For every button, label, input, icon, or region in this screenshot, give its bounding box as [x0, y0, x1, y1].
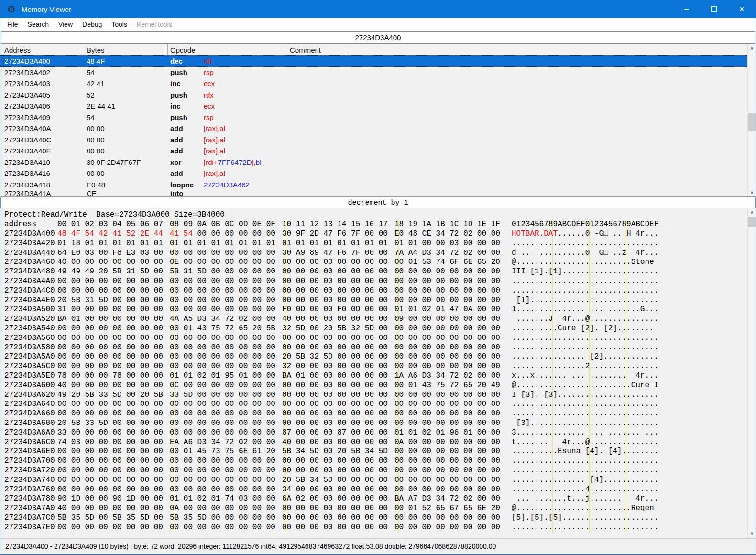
hex-byte-group[interactable]: BA 01 00 00 00 00 00 00 [57, 315, 170, 324]
hex-byte-group[interactable]: 00 00 00 00 00 00 00 00 [282, 419, 394, 428]
hex-byte-group[interactable]: 48 4F 54 42 41 52 2E 44 [57, 229, 170, 239]
hex-byte-group[interactable]: 74 03 00 00 00 00 00 00 [57, 438, 170, 447]
hex-byte-group[interactable]: 00 00 00 00 00 00 00 00 [394, 324, 507, 334]
scroll-down-icon[interactable]: ∨ [748, 188, 756, 196]
hex-byte-group[interactable]: 0A 00 00 00 00 00 00 00 [394, 438, 507, 447]
hex-ascii-cell[interactable]: ................ [2]............ [512, 352, 658, 362]
hex-byte-group[interactable]: 00 01 43 75 72 65 20 49 [394, 381, 507, 391]
hex-byte-group[interactable]: 31 00 00 00 00 00 00 00 [57, 305, 170, 315]
menu-item-debug[interactable]: Debug [77, 18, 107, 31]
hex-byte-group[interactable]: 5B 34 5D 00 20 5B 34 5D [282, 447, 394, 457]
hex-ascii-cell[interactable]: [1]............................ [512, 296, 658, 305]
hex-ascii-cell[interactable]: x...x....... ... ........ 4r... [512, 371, 658, 381]
hex-byte-group[interactable]: 00 00 00 00 00 00 00 00 [394, 296, 507, 305]
hex-byte-group[interactable]: 40 00 00 00 00 00 00 00 [282, 438, 394, 447]
hex-byte-group[interactable]: 0A 00 00 00 00 00 00 00 [170, 504, 282, 513]
hex-byte-group[interactable]: 01 01 01 01 01 01 01 01 [170, 239, 282, 249]
hex-byte-group[interactable]: 00 00 00 00 00 00 00 00 [57, 286, 170, 296]
hex-ascii-cell[interactable]: ................................ [512, 400, 658, 409]
hex-byte-group[interactable]: 00 00 00 00 00 00 00 00 [394, 409, 507, 419]
hex-byte-group[interactable]: 00 00 00 00 00 00 00 00 [282, 466, 394, 476]
hex-byte-group[interactable]: 40 00 00 00 00 00 00 00 [57, 504, 170, 513]
splitter-comment[interactable]: decrement by 1 [0, 197, 756, 208]
disassembler-scrollbar[interactable]: ∧ ∨ [747, 44, 756, 196]
hex-byte-group[interactable]: 40 00 00 00 00 00 00 00 [57, 381, 170, 391]
hex-byte-group[interactable]: 00 00 00 00 00 00 00 00 [282, 277, 394, 286]
hex-byte-group[interactable]: 00 00 00 00 00 00 00 00 [394, 419, 507, 428]
menu-item-file[interactable]: File [0, 18, 23, 31]
hex-ascii-cell[interactable]: @.........................Stone [512, 258, 658, 267]
hex-ascii-cell[interactable]: III [1].[1]..................... [512, 267, 658, 277]
hex-byte-group[interactable]: 0E 00 00 00 00 00 00 00 [170, 258, 282, 267]
hex-ascii-cell[interactable]: ................4............... [512, 485, 658, 495]
hex-ascii-cell[interactable]: ..........Cure [2]. [2]........ [512, 324, 654, 334]
disasm-row[interactable]: 27234D3A4062E 44 41incecx [0, 100, 756, 112]
hex-ascii-cell[interactable]: d .. ..........0 G□ ..z 4r... [512, 249, 658, 258]
hex-byte-group[interactable]: 00 00 00 00 00 00 00 00 [394, 466, 507, 476]
hex-byte-group[interactable]: 20 5B 31 5D 00 00 00 00 [57, 296, 170, 305]
hex-byte-group[interactable]: 49 20 5B 33 5D 00 20 5B [57, 391, 170, 400]
disasm-row[interactable]: 27234D3A41030 9F 2D47F67Fxor[rdi+7FF6472… [0, 157, 756, 168]
hex-byte-group[interactable]: 00 00 00 00 00 00 00 00 [57, 457, 170, 466]
hex-byte-group[interactable]: 00 00 00 00 00 00 00 00 [170, 419, 282, 428]
hex-byte-group[interactable]: 1A A6 D3 34 72 02 00 00 [394, 371, 507, 381]
hex-byte-group[interactable]: 00 00 00 00 00 00 00 00 [394, 267, 507, 277]
hex-byte-group[interactable]: 00 00 00 00 00 00 00 00 [394, 447, 507, 457]
hex-byte-group[interactable]: 00 00 00 00 00 00 00 00 [282, 391, 394, 400]
hex-byte-group[interactable]: 01 01 02 01 96 01 00 00 [394, 428, 507, 438]
hex-ascii-cell[interactable]: @.........................Regen [512, 504, 658, 513]
hex-ascii-cell[interactable]: ................ [4]............ [512, 476, 658, 485]
hex-ascii-cell[interactable]: HOTBAR.DAT......0 -G□ .. H 4r... [512, 229, 658, 239]
hex-byte-group[interactable]: 00 00 00 00 00 00 00 00 [282, 258, 394, 267]
hex-byte-group[interactable]: 5B 35 5D 00 00 00 00 00 [170, 513, 282, 523]
hex-byte-group[interactable]: 00 00 00 00 00 00 00 00 [282, 513, 394, 523]
hex-byte-group[interactable]: 01 01 01 01 01 01 01 01 [282, 239, 394, 249]
disasm-row[interactable]: 27234D3A40342 41incecx [0, 78, 756, 89]
hex-byte-group[interactable]: 00 01 45 73 75 6E 61 20 [170, 447, 282, 457]
hex-ascii-cell[interactable]: ................2............... [512, 362, 658, 371]
hex-byte-group[interactable]: 00 01 43 75 72 65 20 5B [170, 324, 282, 334]
hex-byte-group[interactable]: 41 54 00 00 00 00 00 00 [170, 229, 282, 239]
scroll-up-icon[interactable]: ∧ [748, 44, 756, 52]
disasm-row[interactable]: 27234D3A40552pushrdx [0, 89, 756, 101]
hex-byte-group[interactable]: 00 00 00 00 00 00 00 00 [282, 286, 394, 296]
hex-byte-group[interactable]: 33 5D 00 00 00 00 00 00 [170, 391, 282, 400]
hex-byte-group[interactable]: 00 00 00 00 00 00 00 00 [394, 400, 507, 409]
hex-byte-group[interactable]: 00 00 00 00 00 00 00 00 [57, 324, 170, 334]
hex-byte-group[interactable]: 32 00 00 00 00 00 00 00 [282, 362, 394, 371]
hex-byte-group[interactable]: 5B 31 5D 00 00 00 00 00 [170, 267, 282, 277]
hex-byte-group[interactable]: 20 5B 33 5D 00 00 00 00 [57, 419, 170, 428]
hex-byte-group[interactable]: 00 00 00 00 00 00 00 00 [282, 296, 394, 305]
hex-byte-group[interactable]: 00 00 00 00 00 00 00 00 [170, 400, 282, 409]
hex-byte-group[interactable]: 78 00 00 00 78 00 00 00 [57, 371, 170, 381]
hex-ascii-cell[interactable]: ................................ [512, 466, 658, 476]
hex-byte-group[interactable]: 00 00 00 00 00 00 00 00 [57, 476, 170, 485]
hex-byte-group[interactable]: 00 00 00 00 00 00 00 00 [394, 513, 507, 523]
hex-byte-group[interactable]: 00 00 00 00 00 00 00 00 [57, 447, 170, 457]
menu-item-tools[interactable]: Tools [107, 18, 132, 31]
hex-byte-group[interactable]: BA A7 D3 34 72 02 00 00 [394, 494, 507, 504]
hex-ascii-cell[interactable]: ................................ [512, 334, 658, 343]
hex-byte-group[interactable]: 00 00 00 00 00 00 00 00 [282, 343, 394, 353]
hex-ascii-cell[interactable]: @.........................Cure I [512, 381, 658, 391]
hex-byte-group[interactable]: 00 00 00 00 00 00 00 00 [394, 277, 507, 286]
address-input[interactable]: 27234D3A400 [1, 31, 755, 44]
disasm-row[interactable]: 27234D3A418E0 48loopne27234D3A462 [0, 179, 756, 191]
hex-ascii-cell[interactable]: .......J 4r...@............... [512, 315, 658, 324]
hex-byte-group[interactable]: 6A 02 00 00 00 00 00 00 [282, 494, 394, 504]
hex-byte-group[interactable]: 00 00 00 00 00 00 00 00 [394, 334, 507, 343]
close-button[interactable]: ✕ [728, 0, 756, 18]
hex-ascii-cell[interactable]: 3............... ... ....... ... [512, 428, 658, 438]
disasm-row[interactable]: 27234D3A40254pushrsp [0, 67, 756, 78]
hex-byte-group[interactable]: EA A6 D3 34 72 02 00 00 [170, 438, 282, 447]
hex-byte-group[interactable]: 20 5B 34 5D 00 00 00 00 [282, 476, 394, 485]
hex-byte-group[interactable]: 00 00 00 00 00 00 00 00 [57, 334, 170, 343]
hex-byte-group[interactable]: 00 00 00 00 00 00 00 00 [57, 523, 170, 533]
hex-ascii-cell[interactable]: ... .......t...j....... 4r... [512, 494, 658, 504]
hex-ascii-cell[interactable]: 1............... ... .......G... [512, 305, 658, 315]
hex-byte-group[interactable]: 00 00 00 00 00 00 00 00 [170, 362, 282, 371]
hex-byte-group[interactable]: 00 00 00 00 00 00 00 00 [170, 277, 282, 286]
maximize-button[interactable] [700, 0, 728, 18]
hex-byte-group[interactable]: 7A A4 D3 34 72 02 00 00 [394, 249, 507, 258]
hex-byte-group[interactable]: 00 00 00 00 00 00 00 00 [394, 485, 507, 495]
